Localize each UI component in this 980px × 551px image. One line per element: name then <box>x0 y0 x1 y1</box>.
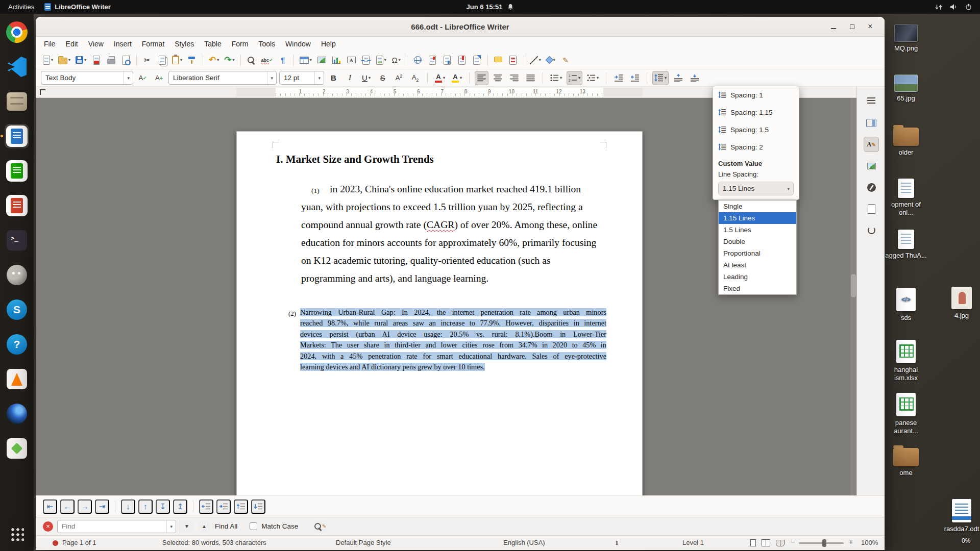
sidebar-style-inspector-tab[interactable] <box>864 222 879 238</box>
bold-button[interactable]: B <box>327 71 340 85</box>
dock-vscode[interactable] <box>5 55 29 79</box>
update-style-button[interactable]: A✓ <box>136 71 150 85</box>
align-center-button[interactable] <box>491 71 505 85</box>
new-document-button[interactable]: ▾ <box>41 53 55 67</box>
copy-button[interactable] <box>155 53 169 67</box>
maximize-button[interactable] <box>846 20 858 33</box>
menu-item[interactable]: Help <box>316 38 341 49</box>
menu-item[interactable]: Form <box>227 38 254 49</box>
line-spacing-value-combo[interactable]: 1.15 Lines ▾ <box>718 182 794 195</box>
desktop-file-tagged[interactable]: agged ThuA... <box>885 230 927 260</box>
show-draw-functions-button[interactable]: ✎ <box>559 53 573 67</box>
move-to-bottom-button[interactable]: ↧ <box>156 499 170 514</box>
option-fixed[interactable]: Fixed <box>719 283 796 294</box>
increase-indent-button[interactable] <box>611 71 625 85</box>
vertical-scrollbar[interactable] <box>850 98 856 495</box>
sidebar-settings-button[interactable] <box>864 93 879 108</box>
ordered-list-button[interactable]: 12▾ <box>567 71 582 85</box>
page-style-status[interactable]: Default Page Style <box>336 539 391 546</box>
menu-item[interactable]: File <box>39 38 61 49</box>
justify-button[interactable] <box>524 71 537 85</box>
move-up-button[interactable]: ↑ <box>138 499 153 514</box>
menu-item[interactable]: View <box>83 38 109 49</box>
line-spacing-button[interactable]: ▾ <box>652 71 669 85</box>
clock[interactable]: Jun 6 15:51 <box>467 3 503 11</box>
insert-field-button[interactable]: ▾ <box>374 53 388 67</box>
font-color-button[interactable]: A▾ <box>433 71 447 85</box>
dock-software[interactable] <box>5 436 29 461</box>
desktop-file-sds[interactable]: </> sds <box>885 288 927 322</box>
superscript-button[interactable]: A2 <box>392 71 406 85</box>
menu-item[interactable]: Table <box>199 38 226 49</box>
power-icon[interactable] <box>965 4 972 10</box>
insert-footnote-button[interactable] <box>426 53 439 67</box>
find-and-replace-button[interactable]: ✎ <box>313 520 327 533</box>
desktop-folder-older[interactable]: older <box>885 128 927 157</box>
word-count-status[interactable]: Selected: 80 words, 503 characters <box>162 539 266 546</box>
align-left-button[interactable] <box>475 71 488 85</box>
sidebar-styles-tab[interactable]: A✎ <box>864 137 879 152</box>
navigate-first-button[interactable]: ⇤ <box>43 499 57 514</box>
find-replace-button[interactable] <box>244 53 258 67</box>
promote-outline-button[interactable] <box>199 499 213 514</box>
move-down-button[interactable]: ↓ <box>121 499 135 514</box>
desktop-file-65-jpg[interactable]: 65.jpg <box>885 74 927 103</box>
focused-app-indicator[interactable]: LibreOffice Writer <box>44 3 111 11</box>
decrease-paragraph-spacing-button[interactable] <box>688 71 701 85</box>
basic-shapes-button[interactable]: ▾ <box>544 53 558 67</box>
desktop-folder-home[interactable]: ome <box>885 448 927 477</box>
option-double[interactable]: Double <box>719 236 796 247</box>
network-icon[interactable] <box>935 4 942 10</box>
sidebar-page-tab[interactable] <box>864 201 879 216</box>
insert-comment-button[interactable] <box>492 53 505 67</box>
dock-skype[interactable]: S <box>5 297 29 322</box>
print-button[interactable] <box>104 53 118 67</box>
spacing-preset-item[interactable]: Spacing: 1.5 <box>713 121 799 138</box>
sidebar-navigator-tab[interactable] <box>864 180 879 195</box>
font-size-combo[interactable]: 12 pt▾ <box>279 71 324 85</box>
zoom-out-button[interactable]: − <box>791 538 795 546</box>
demote-outline-button[interactable] <box>216 499 231 514</box>
desktop-file-development[interactable]: opment of onl... <box>885 179 927 217</box>
page-count-status[interactable]: Page 1 of 1 <box>62 539 96 546</box>
move-chapter-down-button[interactable] <box>251 499 265 514</box>
find-previous-button[interactable]: ▲ <box>198 520 211 533</box>
desktop-file-shanghai-xlsx[interactable]: hanghai ism.xlsx <box>885 340 927 383</box>
save-button[interactable]: ▾ <box>74 53 88 67</box>
sidebar-gallery-tab[interactable] <box>864 158 879 173</box>
spelling-button[interactable]: abc✓ <box>259 53 275 67</box>
outline-list-button[interactable]: ▾ <box>585 71 601 85</box>
undo-button[interactable]: ↶▾ <box>207 53 221 67</box>
insert-hyperlink-button[interactable] <box>411 53 425 67</box>
spacing-preset-item[interactable]: Spacing: 2 <box>713 138 799 156</box>
insert-mode-icon[interactable]: I <box>616 539 618 547</box>
chevron-down-icon[interactable]: ▾ <box>166 520 176 533</box>
dock-libreoffice-impress[interactable] <box>5 193 29 218</box>
move-chapter-up-button[interactable] <box>234 499 248 514</box>
dock-help[interactable]: ? <box>5 332 29 357</box>
close-find-bar-button[interactable]: × <box>43 521 53 532</box>
print-preview-button[interactable] <box>119 53 133 67</box>
menu-item[interactable]: Styles <box>169 38 199 49</box>
font-name-combo[interactable]: Liberation Serif▾ <box>168 71 277 85</box>
desktop-file-mq-png[interactable]: MQ.png <box>885 24 927 53</box>
menu-item[interactable]: Tools <box>253 38 280 49</box>
insert-bookmark-button[interactable] <box>455 53 469 67</box>
desktop-file-4-jpg[interactable]: 4.jpg <box>940 287 980 320</box>
multi-page-view-icon[interactable] <box>762 539 770 546</box>
language-status[interactable]: English (USA) <box>503 539 545 546</box>
navigate-back-button[interactable]: ← <box>60 499 75 514</box>
paragraph-style-combo[interactable]: Text Body▾ <box>41 71 133 85</box>
underline-button[interactable]: U▾ <box>359 71 373 85</box>
dock-libreoffice-writer[interactable] <box>5 124 29 148</box>
subscript-button[interactable]: A2 <box>408 71 422 85</box>
menu-item[interactable]: Format <box>137 38 169 49</box>
volume-icon[interactable] <box>950 4 958 10</box>
option-1-5-lines[interactable]: 1.5 Lines <box>719 224 796 236</box>
align-right-button[interactable] <box>507 71 521 85</box>
new-style-button[interactable]: A+ <box>152 71 166 85</box>
activities-button[interactable]: Activities <box>8 3 34 11</box>
decrease-indent-button[interactable] <box>628 71 642 85</box>
desktop-file-rasdda7-odt[interactable]: rasdda7.odt <box>940 499 980 533</box>
clone-formatting-button[interactable] <box>185 53 199 67</box>
